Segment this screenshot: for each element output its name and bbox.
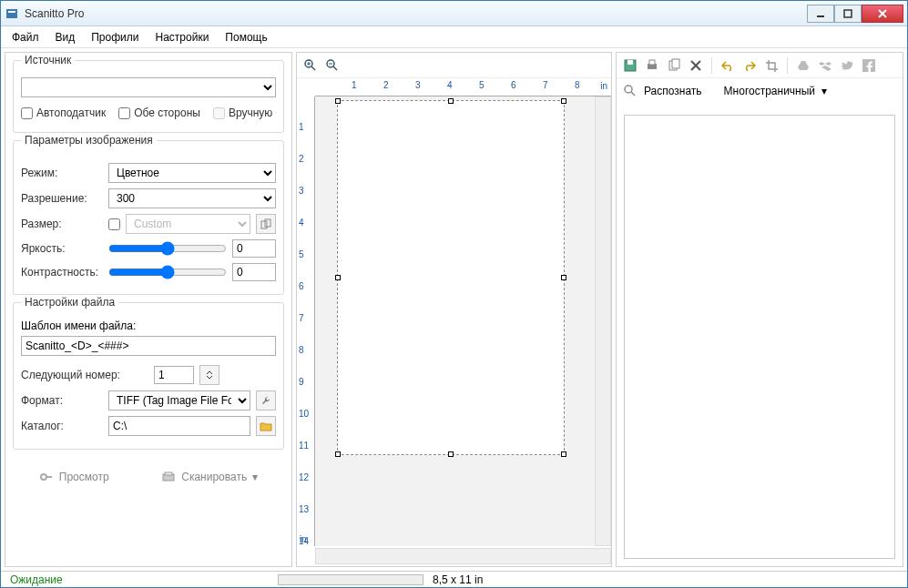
adf-label: Автоподатчик [36, 106, 106, 119]
scan-button[interactable]: Сканировать ▾ [152, 466, 267, 488]
format-settings-button[interactable] [256, 390, 276, 411]
next-number-reset-button[interactable] [199, 365, 219, 385]
print-button[interactable] [644, 57, 660, 74]
ocr-icon [623, 84, 638, 98]
canvas[interactable] [315, 96, 595, 546]
save-icon [623, 58, 638, 73]
svg-rect-20 [627, 60, 633, 65]
dropbox-icon [819, 59, 831, 72]
image-group-title: Параметры изображения [21, 134, 157, 147]
source-group: Источник Автоподатчик Обе стороны Вручну… [13, 60, 284, 133]
duplex-label: Обе стороны [134, 106, 200, 119]
status-progress [278, 574, 423, 585]
brightness-value[interactable] [232, 239, 276, 258]
minimize-button[interactable] [807, 5, 834, 23]
svg-rect-11 [165, 472, 172, 475]
print-icon [645, 58, 659, 73]
resolution-select[interactable]: 300 [108, 188, 276, 208]
redo-button[interactable] [741, 57, 758, 74]
adf-checkbox[interactable] [21, 107, 33, 119]
next-number-input[interactable] [154, 366, 194, 384]
title-bar: Scanitto Pro [1, 1, 907, 26]
preview-label: Просмотр [59, 471, 109, 483]
scan-label: Сканировать [181, 471, 247, 483]
image-group: Параметры изображения Режим: Цветное Раз… [13, 140, 284, 295]
twitter-icon [841, 59, 853, 72]
copy-button[interactable] [666, 57, 682, 74]
rotate-icon [260, 218, 271, 229]
mode-select[interactable]: Цветное [108, 163, 276, 183]
updown-icon [204, 370, 215, 380]
menu-view[interactable]: Вид [48, 28, 83, 46]
undo-button[interactable] [719, 57, 736, 74]
zoom-out-button[interactable] [324, 57, 341, 74]
recognize-label[interactable]: Распознать [644, 85, 702, 97]
zoom-out-icon [325, 58, 340, 73]
size-rotate-button[interactable] [256, 214, 276, 234]
svg-point-28 [625, 86, 632, 93]
zoom-in-icon [303, 58, 318, 73]
svg-rect-1 [8, 11, 15, 13]
size-select: Custom [126, 214, 250, 234]
resolution-label: Разрешение: [21, 192, 103, 205]
delete-button[interactable] [688, 57, 704, 74]
key-icon [39, 470, 54, 484]
svg-rect-3 [844, 10, 852, 17]
left-panel: Источник Автоподатчик Обе стороны Вручну… [5, 52, 292, 567]
gdrive-icon [797, 59, 810, 72]
svg-rect-22 [649, 60, 655, 65]
upload-twitter-button[interactable] [839, 57, 855, 74]
brightness-label: Яркость: [21, 242, 103, 255]
preview-button[interactable]: Просмотр [30, 466, 118, 488]
directory-input[interactable] [108, 416, 250, 436]
preview-panel: 1 2 3 4 5 6 7 8 in 1 2 3 4 5 6 7 8 9 10 … [296, 52, 612, 567]
upload-gdrive-button[interactable] [795, 57, 811, 74]
contrast-label: Контрастность: [21, 266, 103, 279]
menu-settings[interactable]: Настройки [148, 28, 217, 46]
crop-icon [765, 59, 778, 72]
maximize-button[interactable] [834, 5, 862, 23]
size-lock-checkbox[interactable] [108, 218, 120, 230]
zoom-in-button[interactable] [302, 57, 319, 74]
scrollbar-vertical[interactable] [595, 96, 611, 546]
brightness-slider[interactable] [108, 241, 227, 256]
svg-point-8 [41, 474, 46, 480]
multipage-dropdown[interactable]: Многостраничный ▾ [724, 85, 827, 97]
manual-label: Вручную [229, 106, 272, 119]
ruler-horizontal: 1 2 3 4 5 6 7 8 in [315, 78, 611, 96]
status-dimensions: 8,5 x 11 in [423, 573, 492, 586]
recognize-button[interactable] [622, 83, 638, 99]
format-label: Формат: [21, 394, 103, 407]
status-bar: Ожидание 8,5 x 11 in [1, 571, 907, 588]
ruler-v-unit: in [300, 534, 307, 544]
wrench-icon [260, 395, 271, 406]
undo-icon [720, 59, 735, 72]
scrollbar-horizontal[interactable] [315, 548, 611, 564]
mode-label: Режим: [21, 167, 103, 179]
menu-profiles[interactable]: Профили [84, 28, 146, 46]
duplex-checkbox[interactable] [118, 107, 130, 119]
contrast-slider[interactable] [108, 265, 227, 279]
directory-browse-button[interactable] [256, 416, 276, 436]
right-toolbar [617, 53, 903, 78]
contrast-value[interactable] [232, 263, 276, 281]
close-button[interactable] [862, 5, 903, 23]
svg-line-29 [631, 92, 635, 96]
menu-file[interactable]: Файл [5, 28, 46, 46]
upload-facebook-button[interactable] [861, 57, 877, 74]
template-input[interactable] [21, 336, 276, 356]
menu-help[interactable]: Помощь [218, 28, 274, 46]
scan-selection[interactable] [337, 100, 565, 455]
template-label: Шаблон имени файла: [21, 319, 276, 332]
save-button[interactable] [622, 57, 638, 74]
ruler-h-unit: in [600, 81, 607, 91]
svg-rect-7 [265, 219, 270, 227]
svg-line-13 [311, 66, 315, 70]
menu-bar: Файл Вид Профили Настройки Помощь [1, 26, 907, 48]
svg-line-17 [333, 66, 337, 70]
crop-button[interactable] [763, 57, 780, 74]
format-select[interactable]: TIFF (Tag Image File Format) [108, 390, 250, 411]
source-select[interactable] [21, 77, 276, 97]
preview-toolbar [297, 53, 611, 78]
upload-dropbox-button[interactable] [817, 57, 833, 74]
